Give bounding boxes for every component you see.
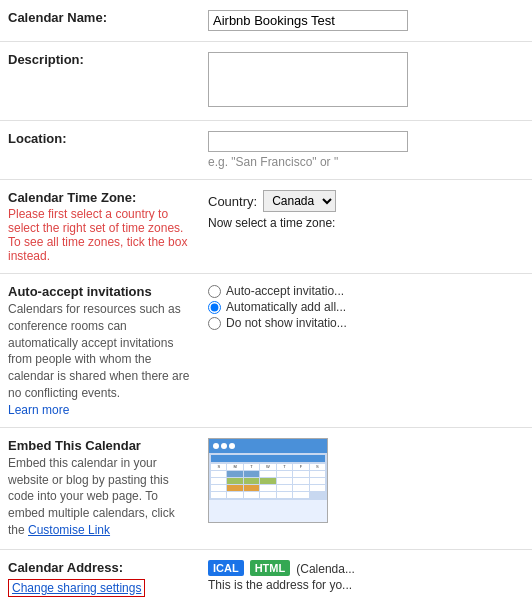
auto-accept-option-2: Automatically add all...: [208, 300, 524, 314]
country-label: Country:: [208, 194, 257, 209]
calendar-name-input[interactable]: [208, 10, 408, 31]
auto-accept-option-3-label: Do not show invitatio...: [226, 316, 347, 330]
auto-accept-option-1-label: Auto-accept invitatio...: [226, 284, 344, 298]
calendar-address-desc: This is the address for yo...: [208, 578, 524, 592]
calendar-address-label: Calendar Address:: [8, 560, 192, 575]
embed-desc: Embed this calendar in your website or b…: [8, 455, 192, 539]
description-label: Description:: [8, 52, 84, 67]
embed-row: Embed This Calendar Embed this calendar …: [0, 427, 532, 549]
embed-dot-1: [213, 443, 219, 449]
location-input[interactable]: [208, 131, 408, 152]
location-hint: e.g. "San Francisco" or ": [208, 155, 524, 169]
embed-dot-3: [229, 443, 235, 449]
description-row: Description:: [0, 42, 532, 121]
auto-accept-desc: Calendars for resources such as conferen…: [8, 301, 192, 402]
calendar-name-label: Calendar Name:: [8, 10, 107, 25]
customise-link[interactable]: Customise Link: [28, 523, 110, 537]
auto-accept-radio-1[interactable]: [208, 285, 221, 298]
auto-accept-radio-3[interactable]: [208, 317, 221, 330]
embed-label: Embed This Calendar: [8, 438, 192, 453]
embed-preview-header: [209, 439, 327, 453]
timezone-label: Calendar Time Zone:: [8, 190, 192, 205]
embed-preview: S M T W T F S: [208, 438, 328, 523]
now-select-label: Now select a time zone:: [208, 216, 524, 230]
timezone-row: Calendar Time Zone: Please first select …: [0, 180, 532, 274]
calendar-address-row: Calendar Address: Change sharing setting…: [0, 549, 532, 598]
auto-accept-option-1: Auto-accept invitatio...: [208, 284, 524, 298]
ical-button[interactable]: ICAL: [208, 560, 244, 576]
html-button[interactable]: HTML: [250, 560, 291, 576]
change-sharing-link[interactable]: Change sharing settings: [8, 579, 145, 597]
auto-accept-label: Auto-accept invitations: [8, 284, 192, 299]
description-textarea[interactable]: [208, 52, 408, 107]
auto-accept-option-3: Do not show invitatio...: [208, 316, 524, 330]
embed-dot-2: [221, 443, 227, 449]
auto-accept-row: Auto-accept invitations Calendars for re…: [0, 274, 532, 428]
calendar-address-hint: (Calenda...: [296, 562, 355, 576]
calendar-name-row: Calendar Name:: [0, 0, 532, 42]
location-row: Location: e.g. "San Francisco" or ": [0, 121, 532, 180]
auto-accept-radio-2[interactable]: [208, 301, 221, 314]
auto-accept-learn-more[interactable]: Learn more: [8, 403, 69, 417]
country-select[interactable]: Canada: [263, 190, 336, 212]
auto-accept-option-2-label: Automatically add all...: [226, 300, 346, 314]
location-label: Location:: [8, 131, 67, 146]
timezone-desc: Please first select a country to select …: [8, 207, 192, 263]
